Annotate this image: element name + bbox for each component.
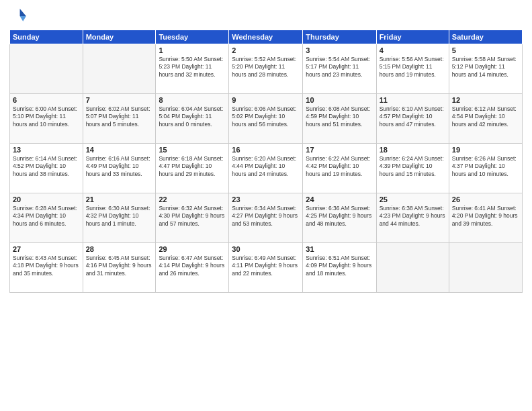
calendar-cell: 18Sunrise: 6:24 AM Sunset: 4:39 PM Dayli…	[376, 144, 449, 193]
calendar-cell: 17Sunrise: 6:22 AM Sunset: 4:42 PM Dayli…	[303, 144, 376, 193]
calendar-cell: 10Sunrise: 6:08 AM Sunset: 4:59 PM Dayli…	[303, 94, 376, 144]
calendar-cell	[376, 243, 449, 293]
day-number: 12	[452, 96, 519, 104]
page: SundayMondayTuesdayWednesdayThursdayFrid…	[0, 0, 532, 411]
calendar-cell: 27Sunrise: 6:43 AM Sunset: 4:18 PM Dayli…	[10, 243, 83, 293]
day-number: 25	[380, 195, 446, 203]
calendar-cell: 7Sunrise: 6:02 AM Sunset: 5:07 PM Daylig…	[83, 94, 156, 144]
day-info: Sunrise: 6:47 AM Sunset: 4:14 PM Dayligh…	[159, 255, 226, 277]
day-info: Sunrise: 6:12 AM Sunset: 4:54 PM Dayligh…	[452, 105, 519, 128]
calendar-header-row: SundayMondayTuesdayWednesdayThursdayFrid…	[10, 30, 523, 44]
day-number: 8	[159, 96, 226, 104]
calendar-cell: 26Sunrise: 6:41 AM Sunset: 4:20 PM Dayli…	[449, 193, 522, 243]
calendar-cell	[10, 44, 83, 94]
day-number: 9	[232, 96, 300, 104]
logo-icon	[9, 7, 28, 26]
day-number: 28	[86, 245, 153, 253]
day-number: 24	[306, 195, 373, 203]
day-number: 7	[86, 96, 153, 104]
day-info: Sunrise: 6:51 AM Sunset: 4:09 PM Dayligh…	[306, 255, 373, 277]
calendar-cell: 6Sunrise: 6:00 AM Sunset: 5:10 PM Daylig…	[10, 94, 83, 144]
day-number: 27	[13, 245, 80, 253]
day-info: Sunrise: 6:26 AM Sunset: 4:37 PM Dayligh…	[452, 155, 519, 178]
day-number: 13	[13, 146, 80, 154]
day-info: Sunrise: 6:45 AM Sunset: 4:16 PM Dayligh…	[86, 255, 153, 277]
day-info: Sunrise: 6:28 AM Sunset: 4:34 PM Dayligh…	[13, 205, 80, 228]
day-info: Sunrise: 6:30 AM Sunset: 4:32 PM Dayligh…	[86, 205, 153, 228]
logo	[9, 7, 31, 26]
day-number: 20	[13, 195, 80, 203]
calendar-cell	[449, 243, 522, 293]
calendar-day-header: Tuesday	[156, 30, 229, 44]
calendar-cell: 1Sunrise: 5:50 AM Sunset: 5:23 PM Daylig…	[156, 44, 229, 94]
day-info: Sunrise: 5:52 AM Sunset: 5:20 PM Dayligh…	[232, 56, 300, 79]
day-number: 22	[159, 195, 226, 203]
day-info: Sunrise: 5:58 AM Sunset: 5:12 PM Dayligh…	[452, 56, 519, 79]
day-number: 26	[452, 195, 519, 203]
svg-marker-0	[20, 9, 26, 16]
calendar-week-row: 27Sunrise: 6:43 AM Sunset: 4:18 PM Dayli…	[10, 243, 523, 293]
day-info: Sunrise: 6:24 AM Sunset: 4:39 PM Dayligh…	[380, 155, 446, 178]
calendar-cell: 15Sunrise: 6:18 AM Sunset: 4:47 PM Dayli…	[156, 144, 229, 193]
day-number: 18	[380, 146, 446, 154]
header	[9, 7, 523, 26]
day-number: 3	[306, 46, 373, 54]
day-info: Sunrise: 6:00 AM Sunset: 5:10 PM Dayligh…	[13, 105, 80, 128]
day-info: Sunrise: 6:02 AM Sunset: 5:07 PM Dayligh…	[86, 105, 153, 128]
day-info: Sunrise: 6:16 AM Sunset: 4:49 PM Dayligh…	[86, 155, 153, 178]
day-info: Sunrise: 6:14 AM Sunset: 4:52 PM Dayligh…	[13, 155, 80, 178]
day-info: Sunrise: 6:36 AM Sunset: 4:25 PM Dayligh…	[306, 205, 373, 228]
day-info: Sunrise: 6:04 AM Sunset: 5:04 PM Dayligh…	[159, 105, 226, 128]
calendar-table: SundayMondayTuesdayWednesdayThursdayFrid…	[9, 30, 523, 293]
day-info: Sunrise: 6:38 AM Sunset: 4:23 PM Dayligh…	[380, 205, 446, 228]
day-info: Sunrise: 6:22 AM Sunset: 4:42 PM Dayligh…	[306, 155, 373, 178]
day-info: Sunrise: 5:50 AM Sunset: 5:23 PM Dayligh…	[159, 56, 226, 79]
day-info: Sunrise: 6:06 AM Sunset: 5:02 PM Dayligh…	[232, 105, 300, 128]
day-number: 19	[452, 146, 519, 154]
calendar-day-header: Wednesday	[229, 30, 303, 44]
day-number: 17	[306, 146, 373, 154]
calendar-cell: 2Sunrise: 5:52 AM Sunset: 5:20 PM Daylig…	[229, 44, 303, 94]
calendar-cell: 25Sunrise: 6:38 AM Sunset: 4:23 PM Dayli…	[376, 193, 449, 243]
calendar-cell: 30Sunrise: 6:49 AM Sunset: 4:11 PM Dayli…	[229, 243, 303, 293]
day-info: Sunrise: 6:18 AM Sunset: 4:47 PM Dayligh…	[159, 155, 226, 178]
calendar-day-header: Friday	[376, 30, 449, 44]
day-number: 4	[380, 46, 446, 54]
day-info: Sunrise: 5:54 AM Sunset: 5:17 PM Dayligh…	[306, 56, 373, 79]
day-number: 16	[232, 146, 300, 154]
svg-marker-1	[20, 16, 26, 21]
calendar-week-row: 20Sunrise: 6:28 AM Sunset: 4:34 PM Dayli…	[10, 193, 523, 243]
calendar-week-row: 6Sunrise: 6:00 AM Sunset: 5:10 PM Daylig…	[10, 94, 523, 144]
calendar-cell: 5Sunrise: 5:58 AM Sunset: 5:12 PM Daylig…	[449, 44, 522, 94]
calendar-cell: 31Sunrise: 6:51 AM Sunset: 4:09 PM Dayli…	[303, 243, 376, 293]
day-info: Sunrise: 6:10 AM Sunset: 4:57 PM Dayligh…	[380, 105, 446, 128]
calendar-cell: 19Sunrise: 6:26 AM Sunset: 4:37 PM Dayli…	[449, 144, 522, 193]
calendar-cell: 22Sunrise: 6:32 AM Sunset: 4:30 PM Dayli…	[156, 193, 229, 243]
day-info: Sunrise: 6:34 AM Sunset: 4:27 PM Dayligh…	[232, 205, 300, 228]
day-info: Sunrise: 6:43 AM Sunset: 4:18 PM Dayligh…	[13, 255, 80, 277]
day-number: 15	[159, 146, 226, 154]
calendar-week-row: 13Sunrise: 6:14 AM Sunset: 4:52 PM Dayli…	[10, 144, 523, 193]
day-number: 29	[159, 245, 226, 253]
calendar-cell: 21Sunrise: 6:30 AM Sunset: 4:32 PM Dayli…	[83, 193, 156, 243]
calendar-cell: 14Sunrise: 6:16 AM Sunset: 4:49 PM Dayli…	[83, 144, 156, 193]
calendar-day-header: Monday	[83, 30, 156, 44]
day-number: 10	[306, 96, 373, 104]
calendar-cell: 28Sunrise: 6:45 AM Sunset: 4:16 PM Dayli…	[83, 243, 156, 293]
day-number: 1	[159, 46, 226, 54]
calendar-cell: 4Sunrise: 5:56 AM Sunset: 5:15 PM Daylig…	[376, 44, 449, 94]
calendar-cell: 3Sunrise: 5:54 AM Sunset: 5:17 PM Daylig…	[303, 44, 376, 94]
calendar-cell: 23Sunrise: 6:34 AM Sunset: 4:27 PM Dayli…	[229, 193, 303, 243]
day-number: 30	[232, 245, 300, 253]
day-number: 14	[86, 146, 153, 154]
calendar-cell: 9Sunrise: 6:06 AM Sunset: 5:02 PM Daylig…	[229, 94, 303, 144]
calendar-cell: 8Sunrise: 6:04 AM Sunset: 5:04 PM Daylig…	[156, 94, 229, 144]
day-info: Sunrise: 6:32 AM Sunset: 4:30 PM Dayligh…	[159, 205, 226, 228]
day-info: Sunrise: 6:20 AM Sunset: 4:44 PM Dayligh…	[232, 155, 300, 178]
day-number: 6	[13, 96, 80, 104]
calendar-day-header: Thursday	[303, 30, 376, 44]
day-info: Sunrise: 6:49 AM Sunset: 4:11 PM Dayligh…	[232, 255, 300, 277]
calendar-cell: 29Sunrise: 6:47 AM Sunset: 4:14 PM Dayli…	[156, 243, 229, 293]
day-number: 5	[452, 46, 519, 54]
calendar-day-header: Sunday	[10, 30, 83, 44]
